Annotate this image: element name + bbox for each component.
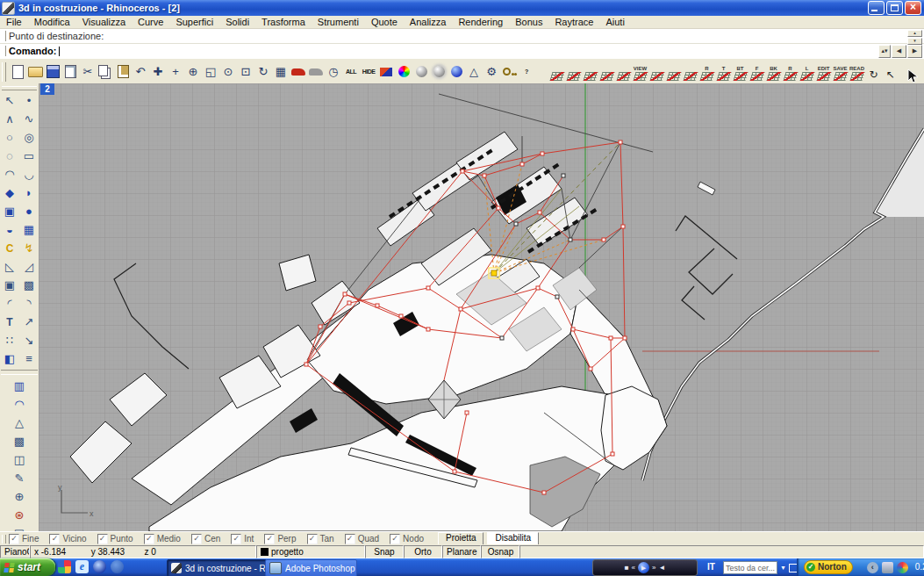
paste-icon[interactable] bbox=[114, 62, 132, 82]
restore-button[interactable] bbox=[886, 1, 903, 15]
checkbox-checked-icon[interactable] bbox=[9, 534, 19, 544]
undo-icon[interactable]: ↶ bbox=[132, 62, 149, 82]
quicklaunch-msn-icon[interactable] bbox=[111, 560, 124, 573]
cplane-point-icon[interactable] bbox=[665, 58, 682, 83]
save-file-icon[interactable] bbox=[44, 62, 61, 82]
quicklaunch-ie-icon[interactable] bbox=[75, 560, 89, 573]
wmp-next-button[interactable]: » bbox=[652, 563, 655, 573]
options-gears-icon[interactable]: ⚙ bbox=[483, 62, 500, 82]
checkbox-checked-icon[interactable] bbox=[49, 534, 60, 544]
render-raytrace-sphere-icon[interactable] bbox=[430, 62, 448, 82]
checkbox-checked-icon[interactable] bbox=[307, 534, 318, 544]
mesh-tool[interactable]: ▩ bbox=[1, 432, 38, 450]
cplane-left-icon[interactable]: L bbox=[799, 58, 815, 83]
panel-grip[interactable] bbox=[2, 46, 6, 56]
pan-hand-icon[interactable]: ✚ bbox=[149, 62, 167, 82]
zoom-extents-icon[interactable]: ⊡ bbox=[237, 62, 254, 82]
select-tool[interactable]: ↖ bbox=[1, 91, 18, 110]
osnap-project-button[interactable]: Proietta bbox=[438, 532, 483, 545]
hide-icon[interactable]: HIDE bbox=[360, 62, 377, 82]
viewport-label[interactable]: 2 bbox=[40, 83, 54, 95]
history-scroll-up-button[interactable]: ▴ bbox=[907, 30, 922, 37]
menu-item[interactable]: Solidi bbox=[219, 16, 255, 28]
cplane-edit-icon[interactable]: EDIT bbox=[815, 58, 832, 83]
language-indicator[interactable]: IT bbox=[707, 558, 715, 576]
cut-icon[interactable]: ✂ bbox=[79, 62, 97, 82]
osnap-checkbox[interactable]: Nodo bbox=[390, 534, 424, 544]
wmp-volume-button[interactable]: ◄ bbox=[658, 563, 665, 573]
render-car-icon[interactable] bbox=[290, 62, 307, 82]
rectangle-tool[interactable]: ▭ bbox=[20, 147, 38, 165]
zoom-window-icon[interactable]: ◱ bbox=[202, 62, 219, 82]
render-preview-car-icon[interactable] bbox=[307, 62, 325, 82]
cplane-bottom-icon[interactable]: BT bbox=[732, 58, 749, 83]
cplane-back-icon[interactable]: BK bbox=[765, 58, 782, 83]
array-tool[interactable]: ⊛ bbox=[1, 506, 38, 524]
toolbar-grip[interactable] bbox=[2, 62, 6, 82]
wmp-play-button[interactable]: ▶ bbox=[638, 562, 649, 573]
osnap-checkbox[interactable]: Tan bbox=[307, 534, 334, 544]
cplane-save-icon[interactable]: SAVE bbox=[832, 58, 849, 83]
explode-tool[interactable]: ↯ bbox=[20, 239, 38, 257]
quicklaunch-app-icon[interactable] bbox=[58, 560, 71, 573]
menu-item[interactable]: Strumenti bbox=[312, 16, 365, 28]
menu-item[interactable]: Curve bbox=[132, 16, 169, 28]
tray-language-icon[interactable] bbox=[867, 562, 878, 573]
menu-item[interactable]: Rendering bbox=[452, 16, 509, 28]
loft-tool[interactable]: ◠ bbox=[1, 395, 38, 414]
rotate-cplane-icon[interactable]: ↻ bbox=[865, 58, 882, 83]
checkbox-checked-icon[interactable] bbox=[264, 534, 275, 544]
help-icon[interactable]: ? bbox=[518, 62, 535, 82]
cplane-curve-icon[interactable] bbox=[598, 58, 615, 83]
split-tool[interactable]: ◿ bbox=[20, 257, 38, 276]
trim-tool[interactable]: ◺ bbox=[1, 257, 18, 276]
checkbox-checked-icon[interactable] bbox=[191, 534, 202, 544]
osnap-checkbox[interactable]: Medio bbox=[144, 534, 181, 544]
osnap-checkbox[interactable]: Cen bbox=[191, 534, 220, 544]
wmp-stop-button[interactable]: ■ bbox=[625, 563, 629, 573]
cplane-object-icon[interactable] bbox=[682, 58, 698, 83]
annotate-tool[interactable]: ✎ bbox=[1, 469, 38, 487]
osnap-checkbox[interactable]: Quad bbox=[345, 534, 379, 544]
dropdown-arrow-icon[interactable]: ▼ bbox=[780, 565, 786, 571]
cplane-view-icon[interactable]: VIEW bbox=[632, 58, 648, 83]
menu-item[interactable]: Bonus bbox=[509, 16, 548, 28]
render-blue-sphere-icon[interactable] bbox=[448, 62, 465, 82]
toolbar-divider[interactable] bbox=[1, 370, 38, 375]
curve-tool[interactable]: ∿ bbox=[20, 110, 38, 128]
rotate-view-icon[interactable]: ↻ bbox=[254, 62, 272, 82]
point-grid-tool[interactable]: ∷ bbox=[1, 331, 18, 349]
text-tool[interactable]: T bbox=[1, 313, 18, 331]
wmp-previous-button[interactable]: « bbox=[632, 563, 635, 573]
osnap-checkbox[interactable]: Punto bbox=[97, 534, 133, 544]
adjust-curve-tool[interactable]: ◜ bbox=[1, 294, 18, 313]
history-clock-icon[interactable]: ◷ bbox=[325, 62, 342, 82]
export-icon[interactable] bbox=[61, 62, 79, 82]
viewport-canvas[interactable] bbox=[39, 83, 924, 531]
zoom-in-icon[interactable]: ⊕ bbox=[184, 62, 202, 82]
status-toggle[interactable]: Planare bbox=[442, 545, 481, 558]
extrude-tool[interactable]: ▥ bbox=[1, 377, 38, 395]
open-file-icon[interactable] bbox=[26, 62, 44, 82]
command-spinner[interactable]: ▴▾ bbox=[878, 45, 891, 58]
cplane-r-icon[interactable]: R bbox=[698, 58, 715, 83]
tray-agent-icon[interactable] bbox=[897, 562, 908, 573]
show-all-icon[interactable]: ALL bbox=[342, 62, 360, 82]
flamingo-icon[interactable] bbox=[377, 62, 395, 82]
lasso-tool[interactable]: △ bbox=[1, 414, 38, 432]
copy-icon[interactable] bbox=[97, 62, 114, 82]
cplane-right-icon[interactable]: R bbox=[782, 58, 799, 83]
cylinder-tool[interactable]: ◒ bbox=[1, 220, 18, 239]
sphere-tool[interactable]: ◎ bbox=[20, 128, 38, 147]
blob-tool[interactable]: ◗ bbox=[20, 184, 38, 202]
cplane-cell[interactable]: PianoC bbox=[0, 545, 30, 558]
menu-item[interactable]: File bbox=[0, 16, 28, 28]
pointer-icon[interactable]: ↖ bbox=[882, 58, 899, 83]
osnap-disable-button[interactable]: Disabilita bbox=[487, 532, 539, 545]
taskbar-task-photoshop[interactable]: Adobe Photoshop bbox=[265, 559, 357, 576]
cplane-read-icon[interactable]: READ bbox=[849, 58, 865, 83]
new-file-icon[interactable] bbox=[9, 62, 26, 82]
osnap-checkbox[interactable]: Int bbox=[231, 534, 254, 544]
viewport[interactable]: 2 y x bbox=[39, 83, 924, 531]
move-view-icon[interactable]: + bbox=[167, 62, 184, 82]
